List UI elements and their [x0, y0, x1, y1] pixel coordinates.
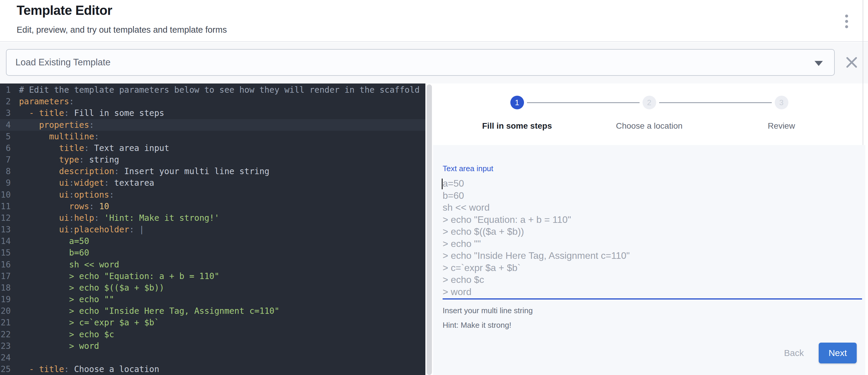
line-number: 24 [0, 352, 11, 364]
kebab-menu-icon [845, 13, 848, 29]
page-header: Template Editor Edit, preview, and try o… [0, 0, 868, 42]
textarea-focus-underline [443, 298, 862, 300]
code-line[interactable]: 16 sh << word [0, 259, 425, 271]
line-number: 11 [0, 200, 11, 212]
code-text: ui:widget: textarea [19, 177, 154, 189]
editor-scrollbar-thumb[interactable] [427, 84, 432, 375]
code-text: description: Insert your multi line stri… [19, 165, 270, 177]
code-text: b=60 [19, 247, 89, 258]
code-line[interactable]: 5 multiline: [0, 131, 425, 142]
stepper: 1Fill in some steps2Choose a location3Re… [433, 84, 865, 145]
code-text: > echo "Equation: a + b = 110" [19, 271, 219, 282]
line-number: 22 [0, 329, 11, 340]
code-line[interactable]: 10 ui:options: [0, 189, 425, 200]
code-line[interactable]: 13 ui:placeholder: | [0, 224, 425, 235]
code-text: sh << word [19, 259, 119, 271]
code-text: ui:options: [19, 189, 114, 200]
code-line[interactable]: 7 type: string [0, 154, 425, 165]
more-options-button[interactable] [838, 12, 856, 31]
code-line[interactable]: 15 b=60 [0, 247, 425, 258]
placeholder-line: sh << word [443, 201, 862, 214]
step-label: Review [768, 121, 795, 131]
editor-scrollbar [425, 84, 433, 375]
code-line[interactable]: 21 > c=`expr $a + $b` [0, 317, 425, 329]
line-number: 12 [0, 212, 11, 224]
code-line[interactable]: 6 title: Text area input [0, 142, 425, 154]
code-line[interactable]: 4 properties: [0, 119, 425, 131]
placeholder-line: b=60 [443, 190, 862, 202]
step-circle: 3 [775, 96, 788, 110]
code-text: > echo "" [19, 293, 114, 305]
line-number: 20 [0, 305, 11, 317]
code-line[interactable]: 2parameters: [0, 96, 425, 107]
line-number: 14 [0, 235, 11, 247]
line-number: 15 [0, 247, 11, 258]
code-text: # Edit the template parameters below to … [19, 84, 420, 96]
placeholder-line: > echo $(($a + $b)) [443, 225, 862, 238]
step-circle: 1 [510, 96, 524, 110]
code-line[interactable]: 9 ui:widget: textarea [0, 177, 425, 189]
code-text: > word [19, 340, 99, 352]
code-line[interactable]: 3 - title: Fill in some steps [0, 107, 425, 119]
main-split: 1# Edit the template parameters below to… [0, 84, 868, 375]
code-line[interactable]: 18 > echo $(($a + $b)) [0, 282, 425, 293]
code-line[interactable]: 14 a=50 [0, 235, 425, 247]
page-title: Template Editor [17, 3, 112, 18]
placeholder-line: > echo "Equation: a + b = 110" [443, 214, 862, 226]
line-number: 7 [0, 154, 11, 165]
line-number: 4 [0, 119, 11, 131]
close-icon [843, 54, 860, 71]
step-label: Choose a location [616, 121, 682, 131]
code-line[interactable]: 8 description: Insert your multi line st… [0, 165, 425, 177]
code-text: > echo $c [19, 329, 114, 340]
step-circle: 2 [643, 96, 656, 110]
code-text: > echo "Inside Here Tag, Assignment c=11… [19, 305, 280, 317]
field-label: Text area input [443, 164, 862, 173]
line-number: 23 [0, 340, 11, 352]
code-line[interactable]: 20 > echo "Inside Here Tag, Assignment c… [0, 305, 425, 317]
code-line[interactable]: 11 rows: 10 [0, 200, 425, 212]
code-text: title: Text area input [19, 142, 169, 154]
code-text: - title: Fill in some steps [19, 107, 164, 119]
load-template-select[interactable]: Load Existing Template [6, 49, 835, 76]
code-text: - title: Choose a location [19, 364, 159, 375]
line-number: 17 [0, 271, 11, 282]
code-text: ui:help: 'Hint: Make it strong!' [19, 212, 219, 224]
multiline-textarea[interactable]: a=50b=60sh << word> echo "Equation: a + … [443, 178, 862, 298]
code-line[interactable]: 24 [0, 352, 425, 364]
code-line[interactable]: 17 > echo "Equation: a + b = 110" [0, 271, 425, 282]
template-form: Text area input a=50b=60sh << word> echo… [433, 145, 865, 375]
stepper-step-3: 3Review [715, 96, 847, 145]
code-line[interactable]: 19 > echo "" [0, 293, 425, 305]
line-number: 21 [0, 317, 11, 329]
line-number: 9 [0, 177, 11, 189]
code-text: > echo $(($a + $b)) [19, 282, 164, 293]
code-line[interactable]: 25 - title: Choose a location [0, 364, 425, 375]
text-cursor [442, 179, 443, 189]
field-hint: Hint: Make it strong! [443, 321, 862, 330]
line-number: 25 [0, 364, 11, 375]
placeholder-line: > echo "Inside Here Tag, Assignment c=11… [443, 250, 862, 262]
code-text: ui:placeholder: | [19, 224, 144, 235]
line-number: 1 [0, 84, 11, 96]
code-editor[interactable]: 1# Edit the template parameters below to… [0, 84, 425, 375]
placeholder-line: > word [443, 286, 862, 298]
placeholder-line: > echo $c [443, 274, 862, 286]
next-button[interactable]: Next [819, 343, 857, 364]
code-line[interactable]: 1# Edit the template parameters below to… [0, 84, 425, 96]
back-button[interactable]: Back [776, 344, 812, 362]
line-number: 19 [0, 293, 11, 305]
line-number: 3 [0, 107, 11, 119]
line-number: 10 [0, 189, 11, 200]
code-line[interactable]: 22 > echo $c [0, 329, 425, 340]
template-editor-page: Template Editor Edit, preview, and try o… [0, 0, 868, 375]
placeholder-line: > c=`expr $a + $b` [443, 262, 862, 274]
code-text: properties: [19, 119, 94, 131]
page-subtitle: Edit, preview, and try out templates and… [17, 25, 227, 35]
close-button[interactable] [843, 54, 860, 71]
code-line[interactable]: 12 ui:help: 'Hint: Make it strong!' [0, 212, 425, 224]
code-line[interactable]: 23 > word [0, 340, 425, 352]
line-number: 8 [0, 165, 11, 177]
code-text: parameters: [19, 96, 74, 107]
chevron-down-icon [814, 61, 823, 66]
